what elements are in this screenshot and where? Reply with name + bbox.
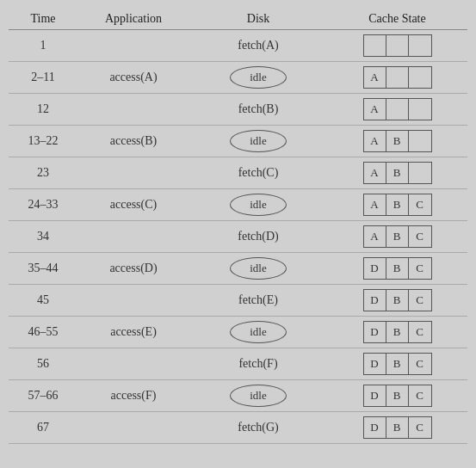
cache-slot-0: A — [364, 67, 386, 88]
cell-cache: AB — [327, 126, 467, 157]
cell-cache: DBC — [327, 253, 467, 285]
cell-application: access(B) — [77, 126, 189, 157]
cell-application — [77, 157, 189, 189]
cache-slot-1: B — [386, 226, 409, 247]
cell-time: 57–66 — [9, 380, 77, 412]
cell-disk: idle — [189, 62, 327, 94]
header-cache: Cache State — [327, 9, 467, 30]
cell-cache: AB — [327, 157, 467, 189]
cell-application — [77, 412, 189, 444]
cache-state-boxes: AB — [363, 162, 432, 184]
cache-slot-0: A — [364, 131, 386, 151]
cache-slot-2 — [409, 131, 431, 151]
cell-disk: fetch(A) — [189, 30, 327, 62]
cell-disk: fetch(B) — [189, 94, 327, 126]
cell-application — [77, 221, 189, 253]
cell-application: access(A) — [77, 62, 189, 94]
header-disk: Disk — [189, 9, 327, 30]
cache-state-boxes: DBC — [363, 385, 432, 407]
cache-slot-1: B — [386, 258, 409, 279]
cache-slot-0: D — [364, 417, 386, 438]
cache-slot-2: C — [409, 354, 431, 374]
cache-slot-1 — [386, 99, 409, 120]
table-row: 45fetch(E)DBC — [9, 285, 467, 317]
cell-application — [77, 285, 189, 317]
cache-slot-1 — [386, 35, 409, 56]
cache-state-boxes: DBC — [363, 289, 432, 311]
cell-application — [77, 94, 189, 126]
cache-slot-2 — [409, 99, 431, 120]
table-row: 34fetch(D)ABC — [9, 221, 467, 253]
cache-slot-2 — [409, 163, 431, 183]
cache-slot-2 — [409, 35, 431, 56]
idle-oval: idle — [230, 130, 287, 152]
cache-slot-2: C — [409, 194, 431, 215]
table-row: 35–44access(D)idleDBC — [9, 253, 467, 285]
cell-time: 67 — [9, 412, 77, 444]
cell-disk: fetch(F) — [189, 348, 327, 380]
cache-slot-0: D — [364, 322, 386, 342]
cache-state-boxes: DBC — [363, 321, 432, 343]
cache-slot-0: D — [364, 258, 386, 279]
cell-time: 35–44 — [9, 253, 77, 285]
table-row: 13–22access(B)idleAB — [9, 126, 467, 157]
cache-slot-1: B — [386, 385, 409, 406]
cell-disk: idle — [189, 380, 327, 412]
cache-slot-2: C — [409, 322, 431, 342]
cache-slot-0: D — [364, 354, 386, 374]
cell-time: 56 — [9, 348, 77, 380]
cell-cache: DBC — [327, 348, 467, 380]
cache-state-boxes: ABC — [363, 194, 432, 216]
cell-time: 23 — [9, 157, 77, 189]
cache-slot-0: A — [364, 226, 386, 247]
main-table-container: Time Application Disk Cache State 1fetch… — [9, 9, 467, 444]
table-row: 1fetch(A) — [9, 30, 467, 62]
cell-time: 13–22 — [9, 126, 77, 157]
cell-time: 12 — [9, 94, 77, 126]
idle-oval: idle — [230, 194, 287, 216]
cache-slot-2 — [409, 67, 431, 88]
cache-state-boxes: A — [363, 66, 432, 89]
cell-cache: DBC — [327, 285, 467, 317]
table-row: 46–55access(E)idleDBC — [9, 317, 467, 348]
cell-time: 45 — [9, 285, 77, 317]
table-row: 2–11access(A)idleA — [9, 62, 467, 94]
cell-cache: DBC — [327, 317, 467, 348]
cache-slot-1: B — [386, 290, 409, 311]
header-time: Time — [9, 9, 77, 30]
table-row: 56fetch(F)DBC — [9, 348, 467, 380]
cache-slot-0: A — [364, 163, 386, 183]
simulation-table: Time Application Disk Cache State 1fetch… — [9, 9, 467, 444]
cell-time: 24–33 — [9, 189, 77, 221]
cache-slot-2: C — [409, 290, 431, 311]
cache-state-boxes: DBC — [363, 257, 432, 280]
cache-slot-1: B — [386, 322, 409, 342]
cache-slot-2: C — [409, 226, 431, 247]
cell-cache: DBC — [327, 412, 467, 444]
cell-cache: A — [327, 94, 467, 126]
idle-oval: idle — [230, 385, 287, 407]
cell-disk: fetch(G) — [189, 412, 327, 444]
cell-cache: A — [327, 62, 467, 94]
cell-time: 2–11 — [9, 62, 77, 94]
cell-application — [77, 30, 189, 62]
cache-slot-1: B — [386, 131, 409, 151]
cell-disk: idle — [189, 189, 327, 221]
cache-state-boxes — [363, 34, 432, 57]
cell-application: access(C) — [77, 189, 189, 221]
cell-disk: fetch(C) — [189, 157, 327, 189]
cell-time: 1 — [9, 30, 77, 62]
cache-state-boxes: ABC — [363, 225, 432, 248]
cell-cache: DBC — [327, 380, 467, 412]
cache-state-boxes: DBC — [363, 353, 432, 375]
cache-slot-2: C — [409, 385, 431, 406]
cache-slot-1: B — [386, 194, 409, 215]
cell-cache: ABC — [327, 189, 467, 221]
table-row: 24–33access(C)idleABC — [9, 189, 467, 221]
cache-slot-2: C — [409, 258, 431, 279]
cell-application: access(E) — [77, 317, 189, 348]
cell-time: 46–55 — [9, 317, 77, 348]
cell-disk: fetch(E) — [189, 285, 327, 317]
cell-cache: ABC — [327, 221, 467, 253]
cache-state-boxes: AB — [363, 130, 432, 152]
